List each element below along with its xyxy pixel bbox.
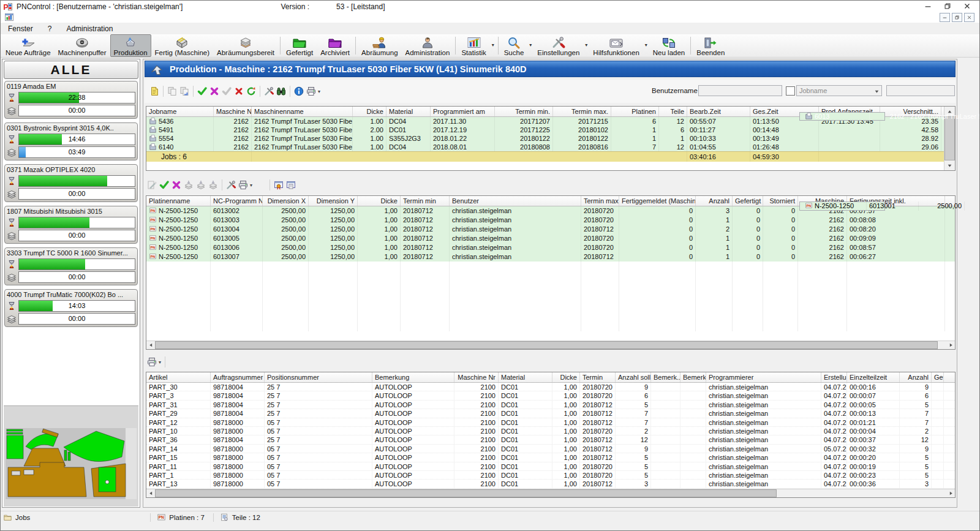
column-header-fertiggemeldet-maschine[interactable]: Fertiggemeldet (Maschine) — [619, 196, 696, 206]
column-header-dicke[interactable]: Dicke — [358, 196, 401, 206]
platinen-tools-icon[interactable] — [225, 179, 236, 190]
part-row[interactable]: PART_159871800005 7AUTOLOOP2100DC011,002… — [146, 453, 955, 462]
edit-icon[interactable] — [146, 179, 157, 190]
print-dropdown-icon[interactable]: ▾ — [318, 89, 320, 94]
column-header-gefe[interactable]: Gefe — [932, 372, 944, 382]
scroll-left-icon[interactable] — [146, 489, 155, 497]
column-header-dicke[interactable]: Dicke — [552, 372, 580, 382]
job-row[interactable]: 555421622162 Trumpf TruLaser 5030 Fiber.… — [146, 134, 944, 143]
info-icon[interactable] — [293, 86, 304, 97]
column-header-maschinenname[interactable]: Maschinenname — [252, 107, 353, 116]
column-header-positionsnummer[interactable]: Positionsnummer — [265, 372, 372, 382]
part-row[interactable]: PART_119871800005 7AUTOLOOP2100DC011,002… — [146, 462, 955, 471]
scrollbar-thumb[interactable] — [944, 116, 955, 160]
job-row[interactable]: 549121622162 Trumpf TruLaser 5030 Fiber.… — [146, 126, 944, 134]
column-header-bearb-zeit[interactable]: Bearb.Zeit — [687, 107, 750, 116]
toolbar-button-abräumung[interactable]: Abräumung — [358, 34, 401, 57]
mdi-close-button[interactable] — [964, 13, 974, 22]
machine-card-1807[interactable]: 1807 Mitsubishi Mitsubishi 301500:00 — [4, 206, 138, 244]
scrollbar-thumb[interactable] — [155, 341, 938, 349]
toolbar-button-beenden[interactable]: Beenden — [693, 34, 728, 57]
column-header-anzahl[interactable]: Anzahl — [900, 372, 932, 382]
platine-row[interactable]: PNN-2500-125060130072500,001250,001,0020… — [146, 252, 955, 262]
job-row[interactable]: 601321622162 Trumpf TruLaser 5030 Fiber.… — [799, 112, 885, 121]
part-row[interactable]: PART_109871800005 7AUTOLOOP2100DC011,002… — [146, 427, 955, 435]
column-header-maschine-nr[interactable]: Maschine Nr. — [214, 107, 252, 116]
job-tools-icon[interactable] — [263, 86, 274, 97]
mdi-child-icon[interactable] — [5, 13, 13, 21]
machine-card-0301[interactable]: 0301 Bystronic Bysprint 3015 4,0K..14:46… — [4, 122, 138, 160]
toolbar-button-produktion[interactable]: Produktion — [110, 34, 151, 57]
part-row[interactable]: PART_369871800425 7AUTOLOOP2100DC011,002… — [146, 435, 955, 444]
parts-horizontal-scrollbar[interactable] — [146, 489, 955, 497]
part-row[interactable]: PART_39871800425 7AUTOLOOP2100DC011,0020… — [146, 391, 955, 400]
column-header-dicke[interactable]: Dicke — [353, 107, 386, 116]
toolbar-button-fertig-maschine[interactable]: Fertig (Maschine) — [151, 34, 213, 57]
job-row[interactable]: 614021622162 Trumpf TruLaser 5030 Fiber.… — [146, 143, 944, 151]
scroll-left-icon[interactable] — [146, 341, 155, 349]
toolbar-button-statistik[interactable]: Statistik▾ — [458, 34, 496, 57]
jobname-filter-select[interactable]: Jobname — [796, 85, 882, 96]
column-header-maschine-nr[interactable]: Maschine Nr — [454, 372, 499, 382]
scrollbar-thumb[interactable] — [155, 489, 777, 497]
menu-item-?[interactable]: ? — [40, 24, 59, 33]
jobname-filter-input[interactable] — [886, 85, 955, 96]
confirm-icon[interactable] — [159, 179, 170, 190]
copy-icon[interactable] — [167, 86, 178, 97]
toolbar-button-archiviert[interactable]: Archiviert — [317, 34, 353, 57]
confirm-gray-icon[interactable] — [221, 86, 232, 97]
print-icon[interactable] — [238, 179, 249, 190]
confirm-icon[interactable] — [197, 86, 208, 97]
platine-row[interactable]: PNN-2500-125060130032500,001250,001,0020… — [146, 216, 955, 225]
print-icon[interactable] — [146, 356, 157, 367]
platine-row[interactable]: PNN-2500-125060130062500,001250,001,0020… — [146, 243, 955, 252]
column-header-einzelteilzeit[interactable]: Einzelteilzeit — [847, 372, 900, 382]
column-header-anzahl[interactable]: Anzahl — [696, 196, 733, 206]
edit-note-icon[interactable] — [149, 86, 160, 97]
mdi-minimize-button[interactable] — [940, 13, 950, 22]
platine-row[interactable]: PNN-2500-125060130052500,001250,001,0020… — [146, 234, 955, 243]
dropdown-arrow-icon[interactable]: ▾ — [585, 42, 587, 48]
column-header-teile[interactable]: Teile — [659, 107, 687, 116]
minimize-button[interactable] — [918, 1, 938, 12]
sheet-up-icon[interactable] — [183, 179, 194, 190]
column-header-termin[interactable]: Termin — [580, 372, 616, 382]
column-header-platinen[interactable]: Platinen — [611, 107, 659, 116]
column-header-bemerkung[interactable]: Bemerkung — [372, 372, 454, 382]
copy-run-icon[interactable] — [179, 86, 190, 97]
print-dropdown-icon[interactable]: ▾ — [250, 183, 252, 188]
close-button[interactable] — [957, 1, 977, 12]
column-header-auftragsnummer[interactable]: Auftragsnummer — [211, 372, 265, 382]
toolbar-button-einstellungen[interactable]: Einstellungen▾ — [533, 34, 589, 57]
scroll-right-icon[interactable] — [946, 341, 955, 349]
toolbar-button-machinenpuffer[interactable]: Machinenpuffer — [55, 34, 110, 57]
cancel-icon[interactable] — [209, 86, 220, 97]
machine-card-0371[interactable]: 0371 Mazak OPTIPLEX 402000:00 — [4, 164, 138, 202]
mdi-restore-button[interactable] — [952, 13, 962, 22]
refresh-icon[interactable] — [246, 86, 257, 97]
jobname-filter-checkbox[interactable] — [786, 86, 795, 96]
toolbar-button-abräumungsbereit[interactable]: Abräumungsbereit — [213, 34, 278, 57]
toolbar-button-gefertigt[interactable]: Gefertigt — [282, 34, 317, 57]
dropdown-arrow-icon[interactable]: ▾ — [492, 42, 494, 48]
all-machines-button[interactable]: ALLE — [4, 61, 138, 79]
dropdown-arrow-icon[interactable]: ▾ — [645, 42, 647, 48]
part-row[interactable]: PART_139871800005 7AUTOLOOP2100DC011,002… — [146, 480, 955, 488]
column-header-benutzer[interactable]: Benutzer — [450, 196, 581, 206]
column-header-termin-min[interactable]: Termin min. — [495, 107, 553, 116]
column-header-termin-max[interactable]: Termin max. — [553, 107, 611, 116]
toolbar-button-hilfsfunktionen[interactable]: Hilfsfunktionen▾ — [589, 34, 649, 57]
platinen-horizontal-scrollbar[interactable] — [146, 341, 955, 349]
benutzername-input[interactable] — [698, 85, 782, 96]
sheet-down-icon[interactable] — [195, 179, 206, 190]
column-header-material[interactable]: Material — [499, 372, 552, 382]
part-row[interactable]: PART_319871800425 7AUTOLOOP2100DC011,002… — [146, 401, 955, 409]
menu-item-administration[interactable]: Administration — [59, 24, 120, 33]
column-header-jobname[interactable]: Jobname — [146, 107, 214, 116]
platine-row[interactable]: PNN-2500-125060130012500,001250,001,0020… — [799, 201, 885, 211]
toolbar-button-neu-laden[interactable]: Neu laden — [649, 34, 688, 57]
toolbar-button-suche[interactable]: Suche▾ — [500, 34, 534, 57]
column-header-termin-max[interactable]: Termin max — [581, 196, 619, 206]
sheet-send-icon[interactable] — [208, 179, 219, 190]
dropdown-arrow-icon[interactable]: ▾ — [529, 42, 532, 48]
